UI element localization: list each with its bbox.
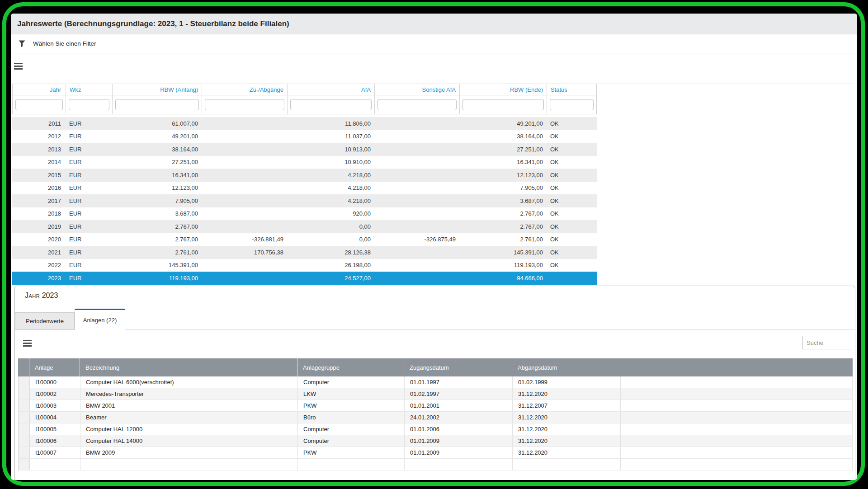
years-cell <box>374 207 459 221</box>
years-cell: OK <box>547 246 597 259</box>
years-cell: 16.341,00 <box>459 156 547 169</box>
assets-col-header-anlagegruppe[interactable]: Anlagegruppe <box>297 358 404 376</box>
years-row-2012[interactable]: 2012EUR49.201,0011.037,0038.164,00OK <box>12 130 597 143</box>
years-table-menu-icon[interactable] <box>14 63 23 70</box>
years-row-2023[interactable]: 2023EUR119.193,0024.527,0094.666,00 <box>12 272 597 285</box>
years-filter-input-afa[interactable] <box>290 99 372 110</box>
years-cell: 2019 <box>12 220 66 233</box>
years-col-header-sonstige-afa[interactable]: Sonstige AfA <box>375 84 460 95</box>
years-row-2018[interactable]: 2018EUR3.687,00920,002.767,00OK <box>12 207 597 221</box>
years-cell: 7.905,00 <box>112 194 202 207</box>
years-row-2017[interactable]: 2017EUR7.905,004.218,003.687,00OK <box>12 194 597 207</box>
assets-cell: BMW 2009 <box>80 447 298 458</box>
years-filter-input-jahr[interactable] <box>15 99 63 110</box>
assets-row-handle[interactable] <box>19 400 30 411</box>
assets-row-handle[interactable] <box>19 388 30 400</box>
assets-row-I100006[interactable]: I100006Computer HAL 14000Computer01.01.2… <box>18 435 853 447</box>
assets-cell <box>30 459 80 470</box>
years-cell: 2.767,00 <box>112 220 202 233</box>
years-col-header-zu-abg-nge[interactable]: Zu-/Abgänge <box>202 84 288 95</box>
assets-cell: Computer HAL 14000 <box>80 435 298 447</box>
years-row-2022[interactable]: 2022EUR145.391,0026.198,00119.193,00OK <box>12 259 597 272</box>
assets-cell-filler <box>621 376 853 388</box>
assets-row-handle[interactable] <box>19 447 30 458</box>
years-filter-input-zu-abg-nge[interactable] <box>205 99 284 110</box>
assets-table: AnlageBezeichnungAnlagegruppeZugangsdatu… <box>18 358 853 470</box>
years-col-header-status[interactable]: Status <box>547 84 596 95</box>
assets-row-handle[interactable] <box>19 423 30 435</box>
assets-col-header-anlage[interactable]: Anlage <box>29 358 80 376</box>
years-cell <box>374 220 459 233</box>
assets-row-I100002[interactable]: I100002Mercedes-TransporterLKW01.02.1997… <box>18 388 853 400</box>
years-filter-input-rbw-ende[interactable] <box>462 99 544 110</box>
assets-col-header-abgangsdatum[interactable]: Abgangsdatum <box>512 358 620 376</box>
years-col-header-jahr[interactable]: Jahr <box>13 84 66 95</box>
years-cell: OK <box>547 207 597 221</box>
years-cell: 920,00 <box>287 207 374 221</box>
years-cell: 2020 <box>12 233 66 246</box>
years-col-header-wkz[interactable]: Wkz <box>66 84 113 95</box>
assets-cell: I100006 <box>30 435 80 447</box>
years-cell: 2014 <box>12 156 66 169</box>
years-filter-input-rbw-anfang[interactable] <box>115 99 199 110</box>
years-cell: OK <box>547 233 597 246</box>
filter-bar[interactable]: Wählen Sie einen Filter <box>11 34 857 53</box>
assets-row-handle[interactable] <box>19 412 30 423</box>
years-row-2011[interactable]: 2011EUR61.007,0011.806,0049.201,00OK <box>12 117 597 130</box>
years-cell: OK <box>547 259 597 272</box>
assets-row-I100003[interactable]: I100003BMW 2001PKW01.01.200131.12.2007 <box>18 400 853 412</box>
years-col-header-afa[interactable]: AfA <box>288 84 375 95</box>
assets-col-header-bezeichnung[interactable]: Bezeichnung <box>80 358 297 376</box>
assets-col-header-zugangsdatum[interactable]: Zugangsdatum <box>404 358 512 376</box>
assets-cell: Computer <box>298 376 405 388</box>
years-row-2021[interactable]: 2021EUR2.761,00170.756,3828.126,38145.39… <box>12 246 597 259</box>
assets-row-handle[interactable] <box>19 376 30 388</box>
app-window: Jahreswerte (Berechnungsgrundlage: 2023,… <box>11 14 857 480</box>
years-cell <box>374 156 459 169</box>
assets-table-menu-icon[interactable] <box>23 340 32 347</box>
tab-periodenwerte[interactable]: Periodenwerte <box>15 312 75 329</box>
years-row-2015[interactable]: 2015EUR16.341,004.218,0012.123,00OK <box>12 169 597 182</box>
years-row-2019[interactable]: 2019EUR2.767,000,002.767,00OK <box>12 220 597 233</box>
assets-row-I100004[interactable]: I100004BeamerBüro24.01.200231.12.2020 <box>18 412 853 423</box>
tab-anlagen[interactable]: Anlagen (22) <box>75 309 125 330</box>
years-cell: 49.201,00 <box>459 117 547 130</box>
assets-cell: 01.01.2009 <box>405 447 513 458</box>
filter-funnel-icon <box>19 40 25 47</box>
assets-table-body: I100000Computer HAL 6000(verschrottet)Co… <box>18 376 853 470</box>
years-cell: 10.910,00 <box>287 156 374 169</box>
years-filter-input-sonstige-afa[interactable] <box>377 99 457 110</box>
years-cell: 12.123,00 <box>112 182 202 195</box>
years-cell <box>202 220 287 233</box>
assets-row-I100005[interactable]: I100005Computer HAL 12000Computer01.01.2… <box>18 423 853 435</box>
assets-row-I100000[interactable]: I100000Computer HAL 6000(verschrottet)Co… <box>18 376 853 388</box>
years-cell <box>374 272 459 285</box>
years-cell: EUR <box>66 143 112 156</box>
years-cell: 170.756,38 <box>202 246 287 259</box>
years-filter-cell-zu-abg-nge <box>202 95 288 114</box>
assets-row-handle[interactable] <box>19 435 30 447</box>
assets-cell: Computer HAL 12000 <box>80 423 298 435</box>
years-cell: 27.251,00 <box>459 143 547 156</box>
years-cell <box>374 246 459 259</box>
years-filter-input-wkz[interactable] <box>69 99 109 110</box>
years-row-2013[interactable]: 2013EUR38.164,0010.913,0027.251,00OK <box>12 143 597 156</box>
page-title: Jahreswerte (Berechnungsgrundlage: 2023,… <box>17 19 289 28</box>
years-row-2016[interactable]: 2016EUR12.123,004.218,007.905,00OK <box>12 182 597 195</box>
years-cell: 3.687,00 <box>459 194 547 207</box>
years-cell <box>374 169 459 182</box>
assets-cell: I100002 <box>30 388 80 400</box>
years-filter-input-status[interactable] <box>550 99 594 110</box>
years-col-header-rbw-ende[interactable]: RBW (Ende) <box>460 84 547 95</box>
assets-row-I100007[interactable]: I100007BMW 2009PKW01.01.200931.12.2020 <box>18 447 853 459</box>
years-col-header-rbw-anfang[interactable]: RBW (Anfang) <box>113 84 202 95</box>
assets-cell: I100007 <box>30 447 80 458</box>
assets-cell: Mercedes-Transporter <box>80 388 298 400</box>
assets-cell: 01.02.1999 <box>513 376 621 388</box>
years-row-2014[interactable]: 2014EUR27.251,0010.910,0016.341,00OK <box>12 156 597 169</box>
years-cell: 4.218,00 <box>287 182 374 195</box>
filter-bar-label: Wählen Sie einen Filter <box>33 40 96 47</box>
years-filter-cell-rbw-anfang <box>113 95 202 114</box>
years-row-2020[interactable]: 2020EUR2.767,00-326.881,490,00-326.875,4… <box>12 233 597 246</box>
assets-search-input[interactable] <box>802 336 852 349</box>
